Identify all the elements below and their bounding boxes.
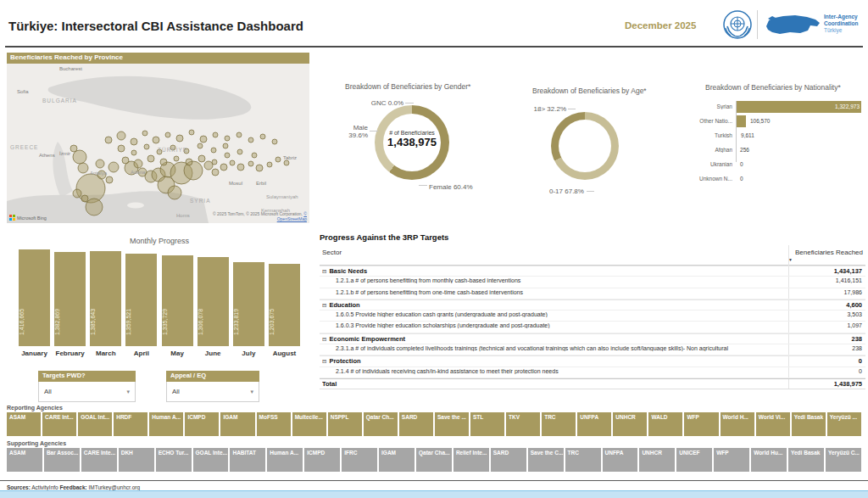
supporting-agency-chip[interactable]: Human A... xyxy=(267,448,303,472)
reporting-agencies-row: ASAMCARE Int...GOAL Int...HRDFHuman A...… xyxy=(7,412,861,436)
nationality-bar-area: 1,322,973 xyxy=(736,101,863,113)
nationality-value-label: 106,570 xyxy=(750,118,771,124)
reporting-agency-chip[interactable]: Yedi Basak xyxy=(792,412,826,436)
supporting-agency-chip[interactable]: CARE Inte... xyxy=(81,448,117,472)
supporting-agency-chip[interactable]: SARD xyxy=(491,448,526,472)
supporting-agency-chip[interactable]: HABITAT xyxy=(230,448,265,472)
table-header-row: Sector Beneficiaries Reached ▼ xyxy=(320,245,865,266)
nationality-category-label: Afghan xyxy=(695,147,732,153)
under18-slice-label: 0-17 67.8% xyxy=(549,187,584,195)
supporting-agency-chip[interactable]: UNICEF xyxy=(676,448,712,472)
monthly-bar-value: 1,233,819 xyxy=(233,252,264,337)
nationality-category-label: Syrian xyxy=(695,104,732,109)
monthly-bar-column: 1,416,665 xyxy=(19,249,50,346)
supporting-agency-chip[interactable]: Relief Inte... xyxy=(453,448,489,472)
bing-map[interactable]: BucharestSofiaBULGARIAAthensGREECEİzmirA… xyxy=(7,64,309,223)
reporting-agency-chip[interactable]: Save the ... xyxy=(435,412,469,436)
monthly-bar-value: 1,359,521 xyxy=(125,252,157,337)
supporting-agency-chip[interactable]: ICMPD xyxy=(304,448,340,472)
map-attribution: © 2025 TomTom, © 2025 Microsoft Corporat… xyxy=(205,211,307,221)
reporting-agency-chip[interactable]: Multecile... xyxy=(292,412,326,436)
supporting-agency-chip[interactable]: WFP xyxy=(714,448,749,472)
nationality-bar[interactable] xyxy=(736,115,746,127)
supporting-agency-chip[interactable]: ECHO Tur... xyxy=(156,448,192,472)
reporting-agency-chip[interactable]: Human A... xyxy=(149,412,183,436)
supporting-agency-chip[interactable]: DKH xyxy=(119,448,154,472)
reporting-agency-chip[interactable]: NSPPL xyxy=(328,412,362,436)
monthly-axis-label: February xyxy=(54,350,86,357)
reporting-agency-chip[interactable]: ASAM xyxy=(7,412,41,436)
supporting-agency-chip[interactable]: TRC xyxy=(565,448,601,472)
map-place-label: Tabriz xyxy=(283,155,297,160)
reporting-agency-chip[interactable]: World H... xyxy=(721,412,754,436)
chevron-down-icon: ▾ xyxy=(250,389,253,395)
collapse-icon[interactable]: ⊟ xyxy=(322,268,326,274)
age-chart-panel: Breakdown of Beneficiaries by Age* 18> 3… xyxy=(509,76,693,229)
reporting-agency-chip[interactable]: Qatar Ch... xyxy=(364,412,398,436)
map-place-label: Mosul xyxy=(229,181,242,186)
monthly-bar-column: 1,306,078 xyxy=(198,249,229,346)
supporting-agency-chip[interactable]: ASAM xyxy=(7,448,42,472)
supporting-agency-chip[interactable]: UNHCR xyxy=(639,448,675,472)
reporting-agency-chip[interactable]: MoFSS xyxy=(257,412,291,436)
table-row-label: ⊟Protection xyxy=(322,357,784,365)
province-map-panel: Beneficiaries Reached by Province Buchar… xyxy=(7,53,309,223)
supporting-agency-chip[interactable]: Save the C... xyxy=(528,448,564,472)
collapse-icon[interactable]: ⊟ xyxy=(322,336,326,342)
map-place-label: Sulaymaniyah xyxy=(266,194,298,199)
sector-column-header[interactable]: Sector xyxy=(322,249,342,256)
monthly-axis-label: April xyxy=(125,350,157,357)
nationality-category-label: Other Natio... xyxy=(695,118,732,124)
reporting-agency-chip[interactable]: WALD xyxy=(648,412,682,436)
age-chart-title: Breakdown of Beneficiaries by Age* xyxy=(532,87,647,95)
un-logo-icon xyxy=(722,9,753,43)
table-row: 2.3.1.a # of individuals completed livel… xyxy=(320,344,865,355)
footer-accent-bar xyxy=(0,490,868,498)
supporting-agency-chip[interactable]: IGAM xyxy=(379,448,415,472)
reporting-agency-chip[interactable]: TRC xyxy=(542,412,576,436)
monthly-axis-label: January xyxy=(19,350,50,357)
supporting-agency-chip[interactable]: Yedi Basak xyxy=(788,448,824,472)
reporting-agency-chip[interactable]: Yeryüzü ... xyxy=(827,412,861,436)
report-date: December 2025 xyxy=(625,20,696,31)
reporting-agency-chip[interactable]: STL xyxy=(470,412,504,436)
beneficiaries-column-header[interactable]: Beneficiaries Reached xyxy=(795,249,863,256)
reporting-agencies-label: Reporting Agencies xyxy=(7,405,63,411)
nationality-value-label: 256 xyxy=(740,147,749,153)
supporting-agency-chip[interactable]: GOAL Inte... xyxy=(193,448,229,472)
collapse-icon[interactable]: ⊟ xyxy=(322,302,326,308)
appeal-eq-dropdown[interactable]: All ▾ xyxy=(166,382,259,402)
supporting-agency-chip[interactable]: Bar Assoc... xyxy=(44,448,80,472)
supporting-agency-chip[interactable]: UNFPA xyxy=(603,448,638,472)
reporting-agency-chip[interactable]: UNFPA xyxy=(577,412,611,436)
monthly-bar-column: 1,382,869 xyxy=(54,249,86,346)
reporting-agency-chip[interactable]: World Vi... xyxy=(756,412,790,436)
reporting-agency-chip[interactable]: SARD xyxy=(399,412,433,436)
supporting-agency-chip[interactable]: Qatar Cha... xyxy=(416,448,452,472)
supporting-agencies-label: Supporting Agencies xyxy=(7,440,66,446)
reporting-agency-chip[interactable]: WFP xyxy=(684,412,718,436)
collapse-icon[interactable]: ⊟ xyxy=(322,358,326,364)
targets-pwd-dropdown[interactable]: All ▾ xyxy=(38,382,136,402)
reporting-agency-chip[interactable]: TKV xyxy=(506,412,540,436)
feedback-email[interactable]: IMTurkey@unhcr.org xyxy=(89,484,141,490)
reporting-agency-chip[interactable]: CARE Int... xyxy=(42,412,76,436)
age-donut[interactable] xyxy=(551,112,619,180)
appeal-eq-filter: Appeal / EQ All ▾ xyxy=(166,371,259,402)
nationality-bars: Syrian1,322,973Other Natio...106,570Turk… xyxy=(695,100,866,187)
monthly-axis-label: March xyxy=(90,350,121,357)
supporting-agency-chip[interactable]: World Hu... xyxy=(751,448,787,472)
reporting-agency-chip[interactable]: ICMPD xyxy=(185,412,219,436)
nationality-chart-panel: Breakdown of Beneficiaries by Nationalit… xyxy=(695,76,866,199)
gender-chart-panel: Breakdown of Beneficiaries by Gender* # … xyxy=(314,76,509,229)
nationality-bar-area: 9,611 xyxy=(736,130,863,142)
supporting-agency-chip[interactable]: IFRC xyxy=(342,448,377,472)
table-title: Progress Against the 3RP Targets xyxy=(320,232,867,242)
reporting-agency-chip[interactable]: GOAL Int... xyxy=(78,412,112,436)
map-place-label: GREECE xyxy=(10,144,38,150)
supporting-agency-chip[interactable]: Yeryüzü C... xyxy=(826,448,861,472)
reporting-agency-chip[interactable]: UNHCR xyxy=(613,412,647,436)
reporting-agency-chip[interactable]: HRDF xyxy=(114,412,147,436)
reporting-agency-chip[interactable]: IGAM xyxy=(220,412,254,436)
monthly-bar-column: 1,359,521 xyxy=(125,249,157,346)
